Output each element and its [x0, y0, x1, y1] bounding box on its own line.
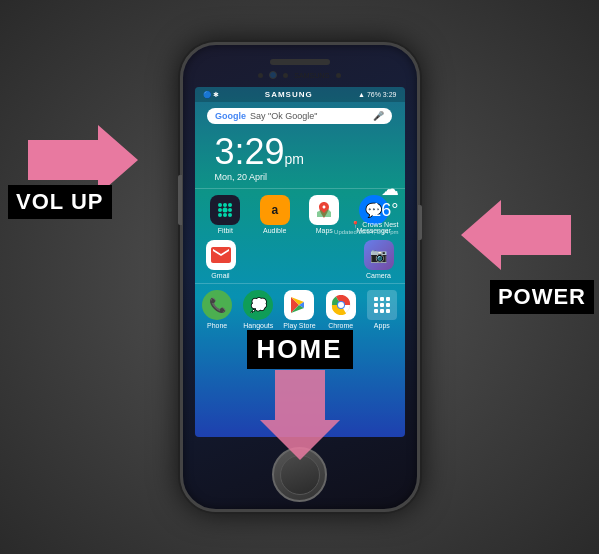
fitbit-label: Fitbit: [218, 227, 233, 234]
svg-rect-16: [380, 297, 384, 301]
svg-point-11: [228, 213, 232, 217]
svg-marker-2: [260, 370, 340, 460]
playstore-app[interactable]: Play Store: [279, 290, 319, 329]
svg-rect-18: [374, 303, 378, 307]
svg-point-5: [228, 203, 232, 207]
playstore-label: Play Store: [283, 322, 315, 329]
audible-app[interactable]: a Audible: [255, 195, 295, 234]
svg-marker-1: [461, 200, 571, 270]
clock-time: 3:29pm: [215, 131, 305, 172]
front-camera: [269, 71, 277, 79]
status-bar: 🔵 ✱ SAMSUNG ▲ 76% 3:29: [195, 87, 405, 102]
camera-app[interactable]: 📷 Camera: [359, 240, 399, 279]
power-label: POWER: [490, 280, 594, 314]
gmail-label: Gmail: [211, 272, 229, 279]
svg-point-14: [338, 302, 344, 308]
sensor-dot-2: [283, 73, 288, 78]
mic-icon[interactable]: 🎤: [373, 111, 384, 121]
weather-temp: 16°: [334, 200, 398, 221]
svg-rect-17: [386, 297, 390, 301]
maps-label: Maps: [316, 227, 333, 234]
hangouts-app[interactable]: 💭 Hangouts: [238, 290, 278, 329]
camera-label: Camera: [366, 272, 391, 279]
apps-label: Apps: [374, 322, 390, 329]
brand-label: SAMSUNG: [265, 90, 313, 99]
phone-app[interactable]: 📞 Phone: [197, 290, 237, 329]
home-arrow: [260, 370, 340, 464]
svg-rect-19: [380, 303, 384, 307]
phone-label: Phone: [207, 322, 227, 329]
sensor-dot: [258, 73, 263, 78]
status-icons-right: ▲ 76% 3:29: [358, 91, 396, 98]
fitbit-app[interactable]: Fitbit: [205, 195, 245, 234]
empty-slot: [260, 240, 340, 279]
svg-rect-20: [386, 303, 390, 307]
vol-up-label: VOL UP: [8, 185, 112, 219]
sensor-dot-3: [336, 73, 341, 78]
app-row-2: Gmail 📷 Camera: [195, 238, 405, 281]
google-logo: Google: [215, 111, 246, 121]
svg-rect-21: [374, 309, 378, 313]
apps-app[interactable]: Apps: [362, 290, 402, 329]
svg-point-8: [228, 208, 232, 212]
svg-point-9: [218, 213, 222, 217]
audible-label: Audible: [263, 227, 286, 234]
home-label: HOME: [247, 330, 353, 369]
volume-button-physical: [178, 175, 182, 225]
clock-weather-area: 3:29pm Mon, 20 April ☁ 16° 📍 Crows Nest …: [195, 130, 405, 186]
power-button-physical: [418, 205, 422, 240]
app-row-dock: 📞 Phone 💭 Hangouts Play Store: [195, 286, 405, 333]
chrome-label: Chrome: [328, 322, 353, 329]
weather-widget: ☁ 16° 📍 Crows Nest Updated 20/04, 3:14 p…: [334, 178, 398, 235]
speaker: [270, 59, 330, 65]
chrome-app[interactable]: Chrome: [321, 290, 361, 329]
weather-updated: Updated 20/04, 3:14 pm: [334, 229, 398, 235]
svg-rect-22: [380, 309, 384, 313]
search-placeholder: Say "Ok Google": [250, 111, 369, 121]
divider-2: [195, 283, 405, 284]
svg-rect-15: [374, 297, 378, 301]
svg-rect-23: [386, 309, 390, 313]
search-bar[interactable]: Google Say "Ok Google" 🎤: [207, 108, 392, 124]
hangouts-label: Hangouts: [243, 322, 273, 329]
svg-point-4: [223, 203, 227, 207]
gmail-app[interactable]: Gmail: [201, 240, 241, 279]
svg-point-7: [223, 208, 228, 213]
svg-point-10: [223, 213, 227, 217]
sensors-row: SAMSUNG: [258, 71, 340, 79]
svg-point-3: [218, 203, 222, 207]
svg-point-6: [218, 208, 222, 212]
weather-location: 📍 Crows Nest: [334, 221, 398, 229]
power-arrow: [461, 200, 571, 274]
status-icons-left: 🔵 ✱: [203, 91, 220, 99]
